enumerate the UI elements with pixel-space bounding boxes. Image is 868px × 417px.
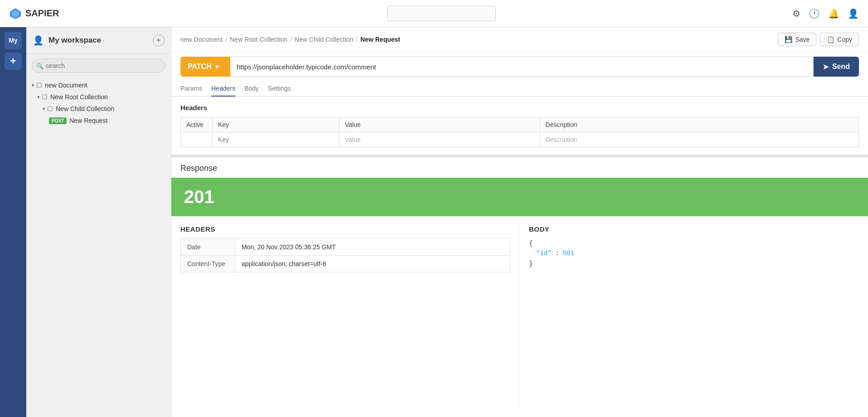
breadcrumb-doc: new Document: [180, 36, 223, 43]
headers-section-title: Headers: [180, 104, 859, 112]
active-cell: [181, 132, 213, 147]
add-workspace-icon: +: [10, 55, 16, 67]
col-value: Value: [339, 117, 540, 132]
tab-body[interactable]: Body: [244, 81, 259, 97]
history-icon[interactable]: 🕐: [809, 8, 820, 19]
response-body-col: BODY { "id" : 501 }: [519, 225, 859, 408]
logo-icon: [9, 7, 22, 20]
main-content: new Document / New Root Collection / New…: [171, 27, 868, 417]
logo: SAPIER: [9, 7, 91, 20]
top-search-input[interactable]: [387, 6, 496, 21]
json-colon: :: [555, 250, 563, 257]
copy-button[interactable]: 📋 Copy: [820, 33, 859, 46]
breadcrumb-child: New Child Collection: [295, 36, 353, 43]
json-id-line: "id" : 501: [529, 248, 859, 258]
resp-header-ct-key: Content-Type: [181, 256, 235, 272]
tree-item-document[interactable]: ▾ ☐ new Document ⋯: [26, 79, 171, 91]
headers-table: Active Key Value Description Value Descr…: [180, 117, 859, 147]
response-body-title: BODY: [529, 225, 859, 233]
search-bar: 🔍: [32, 58, 165, 73]
description-cell[interactable]: Description: [540, 132, 858, 147]
response-headers-col: HEADERS Date Mon, 20 Nov 2023 05:36:25 G…: [180, 225, 519, 408]
expand-arrow-root: ▾: [37, 94, 40, 100]
key-input[interactable]: [218, 136, 334, 143]
breadcrumb-root: New Root Collection: [230, 36, 287, 43]
search-icon: 🔍: [36, 63, 44, 69]
resp-header-date: Date Mon, 20 Nov 2023 05:36:25 GMT: [181, 239, 510, 256]
response-body-area: HEADERS Date Mon, 20 Nov 2023 05:36:25 G…: [171, 216, 868, 417]
root-collection-label: New Root Collection: [50, 93, 165, 101]
json-id-value: 501: [563, 250, 574, 257]
workspace-add-btn[interactable]: +: [153, 34, 165, 46]
tree-item-child-collection[interactable]: ▾ ☐ New Child Collection ⋮: [26, 103, 171, 115]
main-layout: My + 👤 My workspace + 🔍 ▾ ☐ new Document…: [0, 27, 868, 417]
col-description: Description: [540, 117, 858, 132]
resp-header-ct-value: application/json; charset=utf-8: [235, 256, 510, 272]
resp-header-date-key: Date: [181, 239, 235, 256]
bell-icon[interactable]: 🔔: [828, 8, 839, 19]
tree-area: ▾ ☐ new Document ⋯ ▾ ☐ New Root Collecti…: [26, 78, 171, 417]
col-active: Active: [181, 117, 213, 132]
json-viewer: { "id" : 501 }: [529, 238, 859, 269]
response-headers-title: HEADERS: [180, 225, 510, 233]
response-title: Response: [171, 157, 868, 178]
root-collection-icon: ☐: [42, 93, 48, 101]
response-headers-table: Date Mon, 20 Nov 2023 05:36:25 GMT Conte…: [180, 238, 510, 272]
tree-item-root-collection[interactable]: ▾ ☐ New Root Collection ⋮: [26, 91, 171, 103]
gear-icon[interactable]: ⚙: [792, 8, 800, 19]
tab-headers[interactable]: Headers: [211, 81, 235, 97]
key-cell[interactable]: [213, 132, 339, 147]
workspace-header: 👤 My workspace +: [26, 27, 171, 54]
method-label: PATCH: [188, 63, 212, 71]
json-id-key: "id": [536, 250, 552, 257]
breadcrumb: new Document / New Root Collection / New…: [180, 36, 400, 43]
status-code: 201: [184, 187, 214, 207]
tree-item-request[interactable]: POST New Request ⋮: [26, 115, 171, 126]
workspace-icon-label: My: [9, 37, 17, 44]
save-icon: 💾: [785, 36, 792, 43]
copy-icon: 📋: [827, 36, 834, 43]
save-button[interactable]: 💾 Save: [778, 33, 816, 46]
workspace-icon-btn[interactable]: My: [5, 32, 22, 49]
tab-settings[interactable]: Settings: [268, 81, 291, 97]
send-button[interactable]: ➤ Send: [814, 57, 859, 77]
save-label: Save: [795, 36, 810, 43]
send-icon: ➤: [823, 63, 829, 71]
sep3: /: [356, 36, 358, 43]
request-label: New Request: [69, 117, 165, 124]
method-button[interactable]: PATCH ▾: [180, 57, 230, 77]
header-row-empty: Value Description: [181, 132, 859, 147]
url-input[interactable]: [230, 57, 814, 77]
status-banner: 201: [171, 178, 868, 216]
logo-text: SAPIER: [25, 8, 59, 19]
top-nav: SAPIER ⚙ 🕐 🔔 👤: [0, 0, 868, 27]
workspace-name: My workspace: [48, 36, 148, 45]
col-key: Key: [213, 117, 339, 132]
expand-arrow-child: ▾: [43, 106, 45, 112]
send-label: Send: [832, 63, 850, 71]
document-label: new Document: [45, 82, 165, 89]
breadcrumb-actions: 💾 Save 📋 Copy: [778, 33, 859, 46]
tab-params[interactable]: Params: [180, 81, 202, 97]
top-nav-right: ⚙ 🕐 🔔 👤: [792, 8, 859, 19]
url-bar: PATCH ▾ ➤ Send: [171, 52, 868, 81]
breadcrumb-current: New Request: [360, 36, 400, 43]
sidebar-icons: My +: [0, 27, 26, 417]
sep1: /: [225, 36, 227, 43]
breadcrumb-bar: new Document / New Root Collection / New…: [171, 27, 868, 52]
copy-label: Copy: [837, 36, 852, 43]
value-cell[interactable]: Value: [339, 132, 540, 147]
left-panel: 👤 My workspace + 🔍 ▾ ☐ new Document ⋯ ▾ …: [26, 27, 171, 417]
sidebar-search-input[interactable]: [32, 58, 165, 73]
plus-icon: +: [156, 36, 160, 44]
response-section: Response 201 HEADERS Date Mon, 20 Nov 20…: [171, 157, 868, 417]
add-workspace-btn[interactable]: +: [5, 53, 22, 70]
resp-header-content-type: Content-Type application/json; charset=u…: [181, 256, 510, 272]
request-tabs: Params Headers Body Settings: [171, 81, 868, 97]
document-icon: ☐: [36, 82, 42, 89]
method-chevron-icon: ▾: [215, 63, 218, 70]
method-badge-post: POST: [49, 117, 67, 124]
json-open-brace: {: [529, 238, 859, 248]
child-collection-icon: ☐: [47, 105, 53, 112]
user-icon[interactable]: 👤: [848, 8, 859, 19]
